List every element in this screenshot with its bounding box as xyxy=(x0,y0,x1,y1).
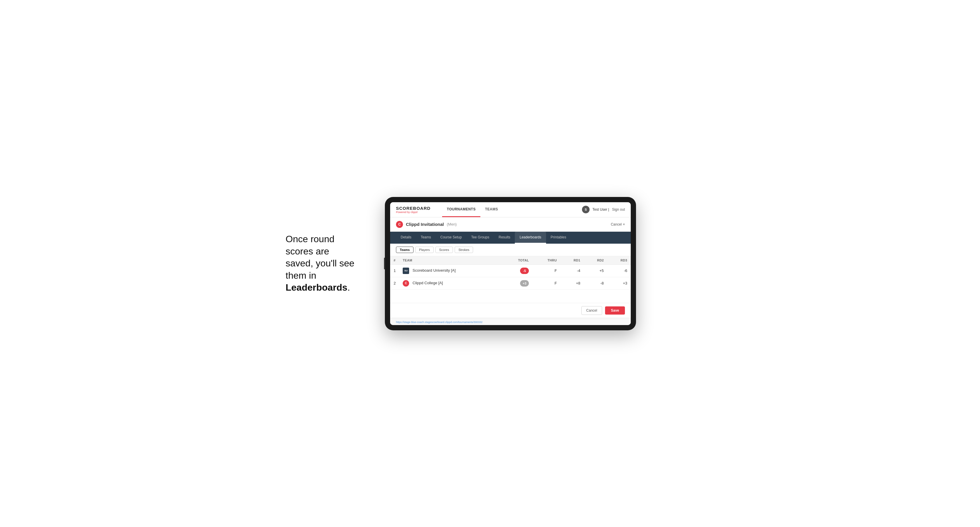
sub-tabs: Details Teams Course Setup Tee Groups Re… xyxy=(390,232,631,244)
filter-scores[interactable]: Scores xyxy=(435,246,453,253)
rd3-2: +3 xyxy=(608,277,631,289)
rd3-1: -6 xyxy=(608,264,631,277)
intro-line5-bold: Leaderboards xyxy=(286,282,347,293)
table-header: # TEAM TOTAL THRU RD1 RD2 RD3 xyxy=(390,256,631,265)
intro-line3: saved, you'll see xyxy=(286,258,355,268)
user-name: Test User | xyxy=(592,208,609,211)
nav-teams[interactable]: TEAMS xyxy=(480,202,503,217)
logo-powered: Powered by clippd xyxy=(396,211,430,214)
col-rd1: RD1 xyxy=(560,256,584,265)
tablet-side-button xyxy=(384,258,385,269)
tab-results[interactable]: Results xyxy=(494,232,515,244)
col-total: TOTAL xyxy=(502,256,533,265)
table-row: 2 C Clippd College [A] +3 F +8 -8 +3 xyxy=(390,277,631,289)
tournament-title: C Clippd Invitational (Men) xyxy=(396,221,457,228)
col-team: TEAM xyxy=(399,256,502,265)
top-nav: SCOREBOARD Powered by clippd TOURNAMENTS… xyxy=(390,202,631,217)
tab-leaderboards[interactable]: Leaderboards xyxy=(515,232,546,244)
leaderboard-table: # TEAM TOTAL THRU RD1 RD2 RD3 1 xyxy=(390,256,631,290)
intro-line2: scores are xyxy=(286,246,329,257)
logo-area: SCOREBOARD Powered by clippd xyxy=(396,206,430,214)
team-name-2: C Clippd College [A] xyxy=(399,277,502,289)
team-name-1: SU Scoreboard University [A] xyxy=(399,264,502,277)
save-button[interactable]: Save xyxy=(605,306,625,314)
cancel-label: Cancel xyxy=(611,222,622,227)
score-badge-1: -5 xyxy=(520,268,529,274)
tab-details[interactable]: Details xyxy=(396,232,416,244)
filter-players[interactable]: Players xyxy=(415,246,434,253)
bottom-footer: Cancel Save xyxy=(390,303,631,318)
rd1-2: +8 xyxy=(560,277,584,289)
col-rd3: RD3 xyxy=(608,256,631,265)
tab-tee-groups[interactable]: Tee Groups xyxy=(466,232,494,244)
tab-printables[interactable]: Printables xyxy=(546,232,571,244)
url-bar: https://stage-blue-coach.stagescoerboard… xyxy=(390,318,631,325)
user-avatar: S xyxy=(582,206,590,213)
score-badge-2: +3 xyxy=(520,280,529,287)
thru-2: F xyxy=(532,277,560,289)
col-rd2: RD2 xyxy=(584,256,607,265)
logo-text: SCOREBOARD xyxy=(396,206,430,211)
filter-bar: Teams Players Scores Strokes xyxy=(390,244,631,256)
col-thru: THRU xyxy=(532,256,560,265)
tablet-frame: SCOREBOARD Powered by clippd TOURNAMENTS… xyxy=(385,197,636,330)
powered-by-text: Powered by xyxy=(396,211,410,214)
cancel-button-bottom[interactable]: Cancel xyxy=(581,306,602,315)
intro-line4: them in xyxy=(286,270,316,281)
rank-1: 1 xyxy=(390,264,399,277)
total-1: -5 xyxy=(502,264,533,277)
tab-teams[interactable]: Teams xyxy=(416,232,436,244)
team-logo-2: C xyxy=(402,280,409,287)
table-body: 1 SU Scoreboard University [A] -5 F -4 +… xyxy=(390,264,631,289)
nav-right: S Test User | Sign out xyxy=(582,206,625,213)
rd2-2: -8 xyxy=(584,277,607,289)
cancel-x-icon: × xyxy=(623,222,625,227)
col-rank: # xyxy=(390,256,399,265)
brand-text: clippd xyxy=(410,211,418,214)
intro-line1: Once round xyxy=(286,234,334,244)
cancel-button-top[interactable]: Cancel × xyxy=(611,222,625,227)
filter-strokes[interactable]: Strokes xyxy=(455,246,473,253)
tab-course-setup[interactable]: Course Setup xyxy=(436,232,466,244)
filter-teams[interactable]: Teams xyxy=(396,246,414,253)
tournament-gender: (Men) xyxy=(447,222,457,227)
url-text: https://stage-blue-coach.stagescoerboard… xyxy=(396,321,482,324)
nav-tournaments[interactable]: TOURNAMENTS xyxy=(442,202,480,217)
sign-out-link[interactable]: Sign out xyxy=(612,208,625,211)
leaderboard-table-container: # TEAM TOTAL THRU RD1 RD2 RD3 1 xyxy=(390,256,631,303)
thru-1: F xyxy=(532,264,560,277)
tablet-screen: SCOREBOARD Powered by clippd TOURNAMENTS… xyxy=(390,202,631,325)
table-row: 1 SU Scoreboard University [A] -5 F -4 +… xyxy=(390,264,631,277)
intro-text: Once round scores are saved, you'll see … xyxy=(286,233,368,294)
tournament-name: Clippd Invitational xyxy=(406,222,444,227)
intro-period: . xyxy=(347,282,350,293)
nav-links: TOURNAMENTS TEAMS xyxy=(442,202,573,217)
rd2-1: +5 xyxy=(584,264,607,277)
rank-2: 2 xyxy=(390,277,399,289)
team-logo-1: SU xyxy=(402,268,409,274)
rd1-1: -4 xyxy=(560,264,584,277)
total-2: +3 xyxy=(502,277,533,289)
tournament-header: C Clippd Invitational (Men) Cancel × xyxy=(390,217,631,232)
tournament-icon: C xyxy=(396,221,403,228)
